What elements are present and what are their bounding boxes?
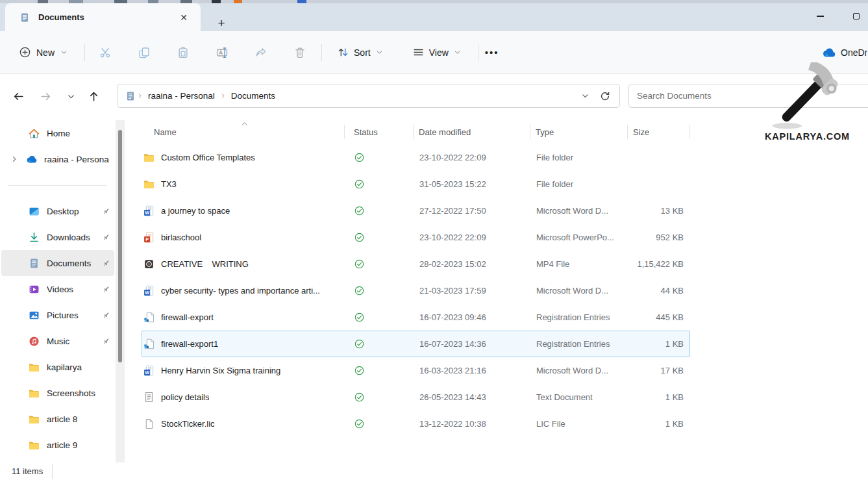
tab-title: Documents — [38, 12, 176, 22]
powerpoint-icon — [143, 232, 155, 243]
recent-locations-button[interactable] — [61, 86, 81, 106]
pin-icon — [102, 259, 110, 268]
back-button[interactable] — [8, 86, 28, 106]
minimize-button[interactable] — [808, 7, 832, 25]
file-row[interactable]: StockTicker.lic 13-12-2022 10:38 LIC Fil… — [142, 411, 690, 437]
synced-status-icon — [354, 179, 364, 189]
navigation-pane: Home raaina - Persona Desktop Downloads … — [0, 116, 114, 458]
file-row[interactable]: Custom Office Templates 23-10-2022 22:09… — [142, 144, 690, 171]
sidebar-scrollbar[interactable] — [116, 120, 125, 462]
expand-chevron-icon[interactable] — [10, 155, 18, 163]
view-button[interactable]: View — [406, 43, 467, 62]
refresh-icon[interactable] — [600, 91, 610, 101]
pin-icon — [102, 233, 110, 242]
maximize-button[interactable] — [844, 7, 868, 25]
sidebar-item-home[interactable]: Home — [1, 120, 114, 146]
breadcrumb-item[interactable]: raaina - Personal — [144, 88, 219, 103]
explorer-tab[interactable]: Documents ✕ — [5, 3, 201, 31]
cut-button[interactable] — [92, 40, 118, 66]
paste-button[interactable] — [170, 40, 196, 66]
word-icon — [143, 365, 155, 376]
sidebar-item-videos[interactable]: Videos — [1, 276, 114, 302]
file-row[interactable]: TX3 31-05-2023 15:22 File folder — [142, 171, 690, 197]
synced-status-icon — [354, 339, 364, 349]
sidebar-item-label: Home — [47, 129, 70, 138]
sort-ascending-icon — [241, 120, 248, 127]
desktop-icon — [29, 206, 40, 217]
sidebar-item-pictures[interactable]: Pictures — [1, 302, 114, 328]
synced-status-icon — [354, 312, 364, 322]
file-list: Custom Office Templates 23-10-2022 22:09… — [142, 144, 690, 437]
file-row[interactable]: firewall-export 16-07-2023 09:46 Registr… — [142, 304, 690, 331]
search-input[interactable] — [629, 91, 868, 101]
file-row[interactable]: CREATIVE WRITING 28-02-2023 15:02 MP4 Fi… — [142, 251, 690, 277]
folder-icon — [143, 152, 155, 163]
breadcrumb-item[interactable]: Documents — [227, 88, 279, 103]
word-icon — [143, 205, 155, 216]
toolbar-divider — [321, 44, 322, 61]
up-button[interactable] — [84, 86, 103, 106]
file-row[interactable]: a journey to space 27-12-2022 17:50 Micr… — [142, 197, 690, 224]
toolbar-divider — [84, 44, 85, 61]
music-icon — [29, 336, 40, 347]
rename-button[interactable] — [209, 40, 235, 66]
column-header-type[interactable]: Type — [530, 125, 628, 139]
sidebar-divider — [8, 185, 106, 186]
sidebar-item-label: Screenshots — [47, 388, 95, 398]
sidebar-item-label: Music — [47, 336, 69, 346]
sidebar-item-kapilarya[interactable]: kapilarya — [1, 354, 114, 380]
file-row[interactable]: policy details 26-05-2023 14:43 Text Doc… — [142, 384, 690, 411]
sidebar-item-article-9[interactable]: article 9 — [1, 432, 114, 458]
new-button[interactable]: New — [14, 43, 73, 62]
column-header-date-modified[interactable]: Date modified — [414, 125, 530, 139]
rename-icon — [216, 47, 228, 58]
sidebar-item-desktop[interactable]: Desktop — [1, 198, 114, 224]
videos-icon — [29, 284, 40, 295]
watermark-text: KAPILARYA.COM — [747, 131, 868, 142]
sidebar-item-music[interactable]: Music — [1, 328, 114, 354]
file-row[interactable]: Henry Harvin Six Sigma training 16-03-20… — [142, 357, 690, 384]
file-explorer-window: Documents ✕ + New Sort — [0, 0, 868, 480]
sidebar-item-article-8[interactable]: article 8 — [1, 406, 114, 432]
file-row[interactable]: cyber security- types and importance art… — [142, 277, 690, 304]
forward-button[interactable] — [36, 86, 55, 106]
sidebar-item-screenshots[interactable]: Screenshots — [1, 380, 114, 406]
delete-button[interactable] — [287, 40, 313, 66]
copy-icon — [138, 47, 150, 58]
trash-icon — [294, 47, 306, 58]
sidebar-item-documents[interactable]: Documents — [1, 250, 114, 276]
synced-status-icon — [354, 153, 364, 162]
column-header-name[interactable]: Name — [142, 125, 345, 139]
status-bar: 11 items — [0, 462, 868, 480]
onedrive-status[interactable]: OneDr — [822, 31, 867, 74]
pin-icon — [102, 311, 110, 320]
column-headers: Name Status Date modified Type Size — [142, 120, 690, 142]
column-header-size[interactable]: Size — [628, 125, 690, 139]
folder-icon — [29, 440, 40, 451]
chevron-down-icon — [60, 49, 68, 56]
synced-status-icon — [354, 392, 364, 402]
sort-button[interactable]: Sort — [331, 43, 390, 62]
new-tab-button[interactable]: + — [213, 15, 230, 32]
maximize-icon — [853, 13, 860, 19]
sidebar-scrollbar-thumb[interactable] — [118, 130, 122, 362]
copy-button[interactable] — [131, 40, 157, 66]
onedrive-label: OneDr — [841, 47, 867, 58]
sidebar-item-label: Documents — [47, 259, 91, 268]
sidebar-item-onedrive[interactable]: raaina - Persona — [1, 146, 114, 172]
address-dropdown-icon[interactable] — [581, 92, 589, 100]
file-row-selected[interactable]: firewall-export1 16-07-2023 14:36 Regist… — [142, 331, 690, 357]
synced-status-icon — [354, 286, 364, 296]
registry-file-icon — [143, 338, 155, 349]
close-tab-icon[interactable]: ✕ — [176, 10, 192, 25]
file-row[interactable]: birlaschool 23-10-2022 22:09 Microsoft P… — [142, 224, 690, 251]
more-options-button[interactable]: ••• — [478, 43, 506, 62]
share-button[interactable] — [248, 40, 274, 66]
pin-icon — [102, 207, 110, 216]
column-header-status[interactable]: Status — [345, 125, 414, 139]
sidebar-item-downloads[interactable]: Downloads — [1, 224, 114, 250]
tab-bar: Documents ✕ + — [0, 3, 868, 31]
sidebar-item-label: article 8 — [47, 414, 77, 424]
chevron-down-icon — [67, 92, 75, 101]
address-bar[interactable]: raaina - Personal Documents — [117, 84, 620, 108]
